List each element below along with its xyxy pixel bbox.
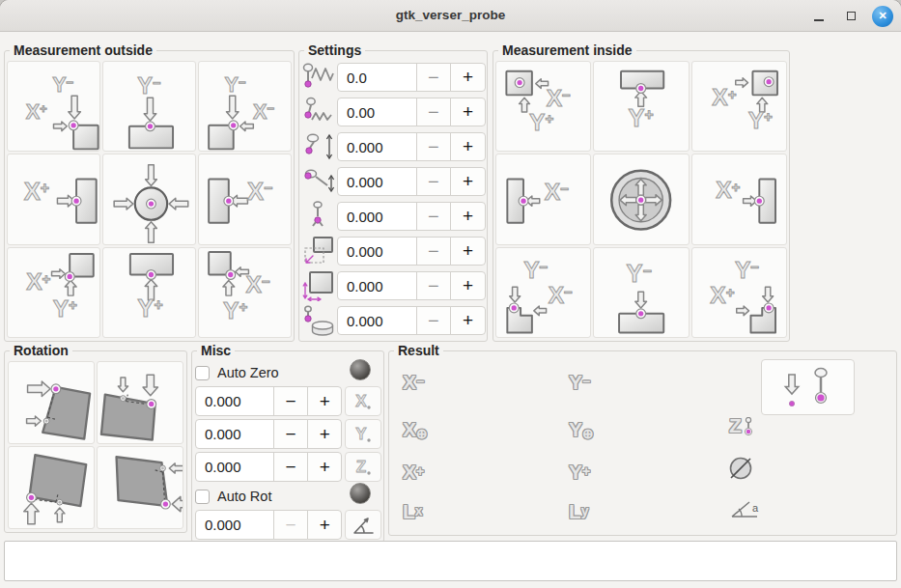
probe-outside-corner-bottom-right[interactable]: X−Y+ — [198, 247, 292, 338]
in-bl-icon: Y−X− — [507, 257, 573, 332]
close-icon: ✕ — [878, 10, 887, 22]
settings-row-search-feed: 0.0−+ — [300, 63, 486, 92]
offset-z-input[interactable]: 0.000 — [195, 452, 274, 482]
z-clearance-input[interactable]: 0.000 — [337, 306, 417, 335]
probe-max-travel-decrement-button[interactable]: − — [416, 132, 452, 161]
probe-max-travel-increment-button[interactable]: + — [450, 132, 486, 161]
xy-clearance-increment-button[interactable]: + — [450, 237, 486, 266]
rotation-angle-decrement-button[interactable]: − — [273, 510, 309, 540]
probe-inside-corner-bottom-left[interactable]: Y−X− — [495, 247, 591, 338]
edge-length-icon — [300, 271, 337, 300]
probe-tip-diameter-decrement-button[interactable]: − — [416, 202, 452, 231]
out-tl-icon: Y−X+ — [26, 72, 99, 149]
probe-feed-input[interactable]: 0.00 — [337, 98, 417, 126]
offset-x-increment-button[interactable]: + — [307, 386, 342, 416]
xy-clearance-decrement-button[interactable]: − — [416, 237, 452, 266]
result-x-plus: X+ — [403, 462, 424, 482]
probe-inside-top-edge[interactable]: Y+ — [593, 61, 689, 152]
offset-z-increment-button[interactable]: + — [307, 452, 342, 482]
max-travel-icon — [300, 132, 337, 161]
svg-text:Y: Y — [355, 425, 367, 443]
probe-inside-corner-top-right[interactable]: X+Y+ — [691, 61, 787, 152]
measurement-outside-label: Measurement outside — [10, 42, 156, 58]
offset-z-decrement-button[interactable]: − — [273, 452, 309, 482]
titlebar[interactable]: gtk_verser_probe ✕ — [0, 0, 901, 32]
offset-x-input[interactable]: 0.000 — [195, 386, 274, 416]
probe-max-travel-input[interactable]: 0.000 — [337, 132, 417, 161]
app-window: gtk_verser_probe ✕ Measurement outside Y… — [0, 0, 901, 588]
out-b-icon: Y+ — [130, 254, 173, 322]
latch-return-distance-decrement-button[interactable]: − — [416, 167, 452, 196]
zero-x-button[interactable]: X — [345, 386, 381, 416]
latch-return-distance-increment-button[interactable]: + — [450, 167, 486, 196]
maximize-button[interactable] — [840, 6, 861, 27]
svg-text:Y−: Y− — [627, 260, 652, 287]
rotate-probe-left-edge[interactable] — [8, 361, 95, 444]
set-rotation-button[interactable] — [345, 510, 381, 540]
rotate-probe-bottom-edge[interactable] — [8, 446, 95, 529]
misc-frame: Misc Auto Zero 0.000−+X0.000−+Y0.000−+Z … — [191, 350, 384, 543]
auto-rot-checkbox[interactable] — [195, 490, 210, 504]
minimize-button[interactable] — [808, 6, 830, 27]
in-tl-icon: X−Y+ — [506, 71, 571, 135]
zero-offset-row-y: 0.000−+Y — [195, 419, 381, 449]
probe-inside-bottom-edge[interactable]: Y− — [593, 247, 689, 338]
probe-outside-circle-center[interactable] — [102, 154, 196, 244]
probe-z-down-button[interactable] — [761, 359, 855, 415]
probe-inside-right-edge[interactable]: X+ — [691, 154, 787, 244]
offset-y-input[interactable]: 0.000 — [195, 419, 274, 449]
probe-outside-top-edge[interactable]: Y− — [102, 61, 196, 152]
settings-row-latch-return-distance: 0.000−+ — [300, 167, 486, 196]
probe-inside-corner-top-left[interactable]: X−Y+ — [495, 61, 591, 152]
search-feed-input[interactable]: 0.0 — [337, 63, 417, 92]
out-r-icon: X− — [209, 178, 272, 223]
probe-tip-diameter-increment-button[interactable]: + — [450, 202, 486, 231]
rotate-probe-top-edge[interactable] — [97, 361, 183, 444]
z-clearance-increment-button[interactable]: + — [450, 306, 486, 335]
rot-b-icon — [24, 455, 86, 523]
probe-tip-diameter-input[interactable]: 0.000 — [337, 202, 417, 231]
svg-text:a: a — [752, 502, 759, 514]
probe-outside-right-edge[interactable]: X− — [198, 154, 292, 244]
latch-return-distance-input[interactable]: 0.000 — [337, 167, 417, 196]
rot-t-icon — [101, 375, 158, 439]
svg-text:X+: X+ — [716, 178, 740, 204]
probe-outside-corner-top-left[interactable]: Y−X+ — [7, 61, 100, 152]
svg-text:X+: X+ — [24, 178, 49, 205]
probe-outside-left-edge[interactable]: X+ — [7, 154, 100, 244]
probe-inside-left-edge[interactable]: X− — [495, 154, 591, 244]
z-clearance-decrement-button[interactable]: − — [416, 306, 452, 335]
result-x-minus: X− — [403, 372, 424, 392]
rotate-probe-right-edge[interactable] — [97, 446, 183, 529]
window-title: gtk_verser_probe — [0, 8, 901, 22]
auto-zero-checkbox[interactable] — [195, 366, 210, 380]
edge-length-increment-button[interactable]: + — [450, 271, 486, 300]
zero-z-button[interactable]: Z — [345, 452, 381, 482]
search-feed-increment-button[interactable]: + — [450, 63, 486, 92]
offset-y-decrement-button[interactable]: − — [273, 419, 309, 449]
zero-y-button[interactable]: Y — [345, 419, 381, 449]
rotation-angle-input[interactable]: 0.000 — [195, 510, 274, 540]
probe-feed-decrement-button[interactable]: − — [416, 98, 452, 126]
out-br-icon: X−Y+ — [209, 252, 270, 323]
close-button[interactable]: ✕ — [872, 6, 893, 27]
probe-inside-hole-center[interactable] — [593, 154, 689, 244]
edge-length-input[interactable]: 0.000 — [337, 271, 417, 300]
offset-x-decrement-button[interactable]: − — [273, 386, 309, 416]
probe-outside-corner-bottom-left[interactable]: X+Y+ — [7, 247, 100, 338]
search-feed-decrement-button[interactable]: − — [416, 63, 452, 92]
xy-clearance-input[interactable]: 0.000 — [337, 237, 417, 266]
svg-text:Y+: Y+ — [137, 294, 162, 321]
result-diameter — [727, 454, 754, 485]
probe-outside-corner-top-right[interactable]: Y−X− — [198, 61, 292, 152]
rotation-angle-increment-button[interactable]: + — [307, 510, 342, 540]
out-tr-icon: Y−X− — [209, 72, 274, 149]
probe-inside-corner-bottom-right[interactable]: Y−X+ — [691, 247, 787, 338]
message-area[interactable] — [4, 541, 897, 581]
offset-y-increment-button[interactable]: + — [307, 419, 342, 449]
probe-feed-increment-button[interactable]: + — [450, 98, 486, 126]
search-feed-icon — [300, 63, 337, 92]
probe-outside-bottom-edge[interactable]: Y+ — [102, 247, 196, 338]
edge-length-decrement-button[interactable]: − — [416, 271, 452, 300]
misc-label: Misc — [197, 343, 235, 358]
